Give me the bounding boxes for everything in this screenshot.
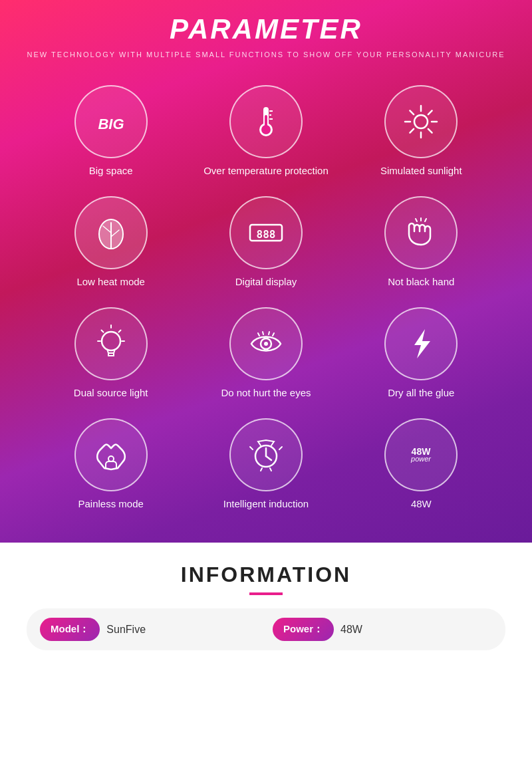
feature-circle-low-heat	[74, 196, 148, 269]
info-cell-power: Power： 48W	[273, 618, 492, 641]
alarm-icon	[246, 435, 286, 475]
feature-circle-big-space: BIG	[74, 85, 148, 158]
feature-do-not-hurt: Do not hurt the eyes	[195, 307, 336, 398]
feature-circle-dry-glue	[384, 307, 458, 380]
feature-simulated-sunlight: Simulated sunlight	[350, 85, 492, 176]
svg-line-15	[428, 110, 432, 114]
feature-label-dry-glue: Dry all the glue	[388, 387, 454, 398]
svg-line-37	[258, 333, 259, 336]
feature-circle-dual-source-light	[74, 307, 148, 380]
eye-icon	[246, 324, 286, 364]
feature-big-space: BIG Big space	[40, 85, 182, 176]
feature-circle-digital-display: 888	[229, 196, 303, 269]
feature-label-not-black-hand: Not black hand	[388, 276, 454, 287]
parameter-subtitle: NEW TECHNOLOGY WITH MULTIPLE SMALL FUNCT…	[27, 51, 505, 59]
feature-painless-mode: Painless mode	[40, 418, 182, 509]
svg-line-33	[101, 330, 103, 332]
svg-line-47	[261, 468, 262, 471]
svg-point-26	[102, 332, 120, 350]
svg-line-13	[410, 110, 414, 114]
svg-line-39	[269, 332, 269, 334]
info-underline	[249, 592, 283, 595]
model-label: Model：	[40, 618, 100, 641]
hands-icon	[91, 435, 131, 475]
svg-text:888: 888	[257, 228, 276, 241]
feature-over-temp: Over temperature protection	[195, 85, 336, 176]
power-icon: 48W power	[401, 435, 441, 475]
feature-circle-not-black-hand	[384, 196, 458, 269]
bulb-icon	[91, 324, 131, 364]
feature-48w: 48W power 48W	[350, 418, 492, 509]
power-value: 48W	[340, 624, 362, 636]
svg-line-38	[263, 332, 263, 334]
feature-label-low-heat: Low heat mode	[76, 276, 145, 287]
svg-line-46	[279, 447, 282, 449]
svg-line-25	[425, 219, 426, 221]
feature-circle-intelligent-induction	[229, 418, 303, 491]
information-title: INFORMATION	[27, 563, 505, 587]
feature-circle-48w: 48W power	[384, 418, 458, 491]
feature-label-intelligent-induction: Intelligent induction	[223, 498, 309, 509]
feature-label-digital-display: Digital display	[235, 276, 297, 287]
info-cell-model: Model： SunFive	[40, 618, 259, 641]
feature-dual-source-light: Dual source light	[40, 307, 182, 398]
sun-icon	[401, 102, 441, 142]
feature-low-heat: Low heat mode	[40, 196, 182, 287]
features-grid: BIG Big space Over temperature protectio…	[27, 78, 505, 516]
feature-not-black-hand: Not black hand	[350, 196, 492, 287]
feature-label-over-temp: Over temperature protection	[203, 165, 329, 176]
svg-rect-4	[265, 115, 267, 128]
feature-label-painless-mode: Painless mode	[78, 498, 143, 509]
feature-label-do-not-hurt: Do not hurt the eyes	[221, 387, 311, 398]
power-label: Power：	[273, 618, 334, 641]
svg-point-8	[414, 115, 428, 128]
svg-line-48	[270, 468, 271, 471]
big-space-icon: BIG	[91, 102, 131, 142]
svg-point-41	[108, 456, 114, 461]
svg-line-45	[250, 447, 253, 449]
feature-label-48w: 48W	[411, 498, 432, 509]
hand-icon	[401, 213, 441, 253]
feature-label-simulated-sunlight: Simulated sunlight	[380, 165, 462, 176]
feature-circle-over-temp	[229, 85, 303, 158]
parameter-title: PARAMETER	[27, 13, 505, 45]
feature-label-dual-source-light: Dual source light	[74, 387, 148, 398]
feature-digital-display: 888 Digital display	[195, 196, 336, 287]
model-value: SunFive	[106, 624, 146, 636]
digital-display-icon: 888	[246, 213, 286, 253]
svg-line-14	[428, 129, 432, 133]
leaf-icon	[91, 213, 131, 253]
svg-line-16	[410, 129, 414, 133]
feature-circle-simulated-sunlight	[384, 85, 458, 158]
svg-line-44	[266, 456, 271, 460]
feature-intelligent-induction: Intelligent induction	[195, 418, 336, 509]
feature-circle-do-not-hurt	[229, 307, 303, 380]
svg-point-36	[264, 342, 268, 346]
parameter-section: PARAMETER NEW TECHNOLOGY WITH MULTIPLE S…	[0, 0, 532, 543]
info-row: Model： SunFive Power： 48W	[27, 608, 505, 650]
thermometer-icon	[246, 102, 286, 142]
information-section: INFORMATION Model： SunFive Power： 48W	[0, 543, 532, 664]
svg-text:power: power	[410, 455, 432, 463]
svg-line-34	[118, 330, 120, 332]
feature-dry-glue: Dry all the glue	[350, 307, 492, 398]
feature-label-big-space: Big space	[89, 165, 133, 176]
svg-line-24	[416, 219, 417, 221]
feature-circle-painless-mode	[74, 418, 148, 491]
bolt-icon	[401, 324, 441, 364]
svg-line-40	[273, 333, 274, 336]
svg-text:BIG: BIG	[98, 116, 124, 132]
